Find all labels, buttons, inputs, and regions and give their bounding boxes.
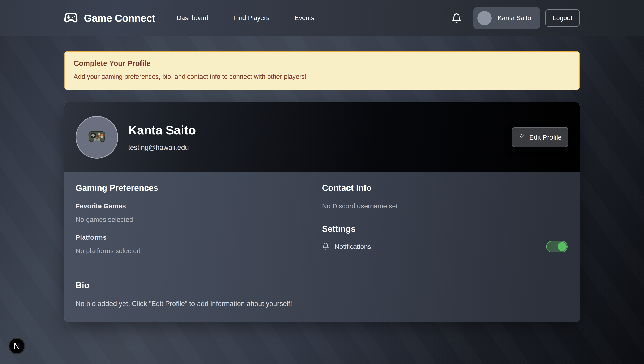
- gamepad-icon: [64, 11, 78, 26]
- profile-name: Kanta Saito: [128, 123, 196, 137]
- edit-profile-button[interactable]: Edit Profile: [512, 127, 568, 147]
- platforms-value: No platforms selected: [76, 247, 322, 255]
- nav-link-dashboard[interactable]: Dashboard: [177, 14, 208, 22]
- nextjs-dev-badge[interactable]: N: [8, 338, 25, 354]
- brand-name: Game Connect: [84, 12, 155, 24]
- top-navbar: Game Connect Dashboard Find Players Even…: [0, 0, 644, 36]
- logout-button[interactable]: Logout: [545, 10, 580, 27]
- edit-profile-label: Edit Profile: [529, 133, 562, 141]
- profile-card: Kanta Saito testing@hawaii.edu Edit Prof…: [64, 102, 580, 322]
- profile-avatar: [76, 116, 118, 158]
- toggle-knob: [558, 242, 566, 251]
- brand[interactable]: Game Connect: [64, 11, 155, 26]
- notifications-label: Notifications: [335, 243, 371, 250]
- user-name: Kanta Saito: [498, 14, 531, 22]
- alert-message: Add your gaming preferences, bio, and co…: [74, 73, 570, 81]
- user-chip[interactable]: Kanta Saito: [473, 7, 540, 29]
- profile-card-header: Kanta Saito testing@hawaii.edu Edit Prof…: [64, 102, 580, 172]
- profile-identity: Kanta Saito testing@hawaii.edu: [128, 123, 196, 152]
- details-grid: Gaming Preferences Favorite Games No gam…: [76, 183, 568, 265]
- main-content: Complete Your Profile Add your gaming pr…: [64, 51, 580, 322]
- profile-card-body: Gaming Preferences Favorite Games No gam…: [64, 172, 580, 322]
- notifications-toggle[interactable]: [546, 241, 568, 252]
- gaming-preferences-title: Gaming Preferences: [76, 183, 322, 193]
- contact-settings-column: Contact Info No Discord username set Set…: [322, 183, 568, 265]
- profile-email: testing@hawaii.edu: [128, 144, 196, 152]
- complete-profile-alert: Complete Your Profile Add your gaming pr…: [64, 51, 580, 90]
- discord-value: No Discord username set: [322, 202, 568, 210]
- bio-value: No bio added yet. Click "Edit Profile" t…: [76, 300, 568, 308]
- platforms-label: Platforms: [76, 234, 322, 241]
- gamepad-emoji-icon: [88, 128, 106, 147]
- pen-icon: [518, 133, 525, 141]
- nav-links: Dashboard Find Players Events: [177, 14, 314, 22]
- user-avatar: [477, 11, 492, 25]
- notifications-row: Notifications: [322, 241, 568, 252]
- gaming-preferences-column: Gaming Preferences Favorite Games No gam…: [76, 183, 322, 265]
- nav-link-find-players[interactable]: Find Players: [234, 14, 270, 22]
- bio-title: Bio: [76, 281, 568, 290]
- bio-section: Bio No bio added yet. Click "Edit Profil…: [76, 281, 568, 308]
- notification-bell-icon: [322, 243, 329, 251]
- favorite-games-value: No games selected: [76, 216, 322, 223]
- alert-title: Complete Your Profile: [74, 59, 570, 68]
- platforms-block: Platforms No platforms selected: [76, 234, 322, 255]
- favorite-games-block: Favorite Games No games selected: [76, 202, 322, 223]
- contact-info-title: Contact Info: [322, 183, 568, 193]
- bell-icon[interactable]: [452, 13, 462, 23]
- nav-right: Kanta Saito Logout: [452, 7, 580, 29]
- settings-title: Settings: [322, 224, 568, 234]
- favorite-games-label: Favorite Games: [76, 202, 322, 210]
- nav-link-events[interactable]: Events: [294, 14, 314, 22]
